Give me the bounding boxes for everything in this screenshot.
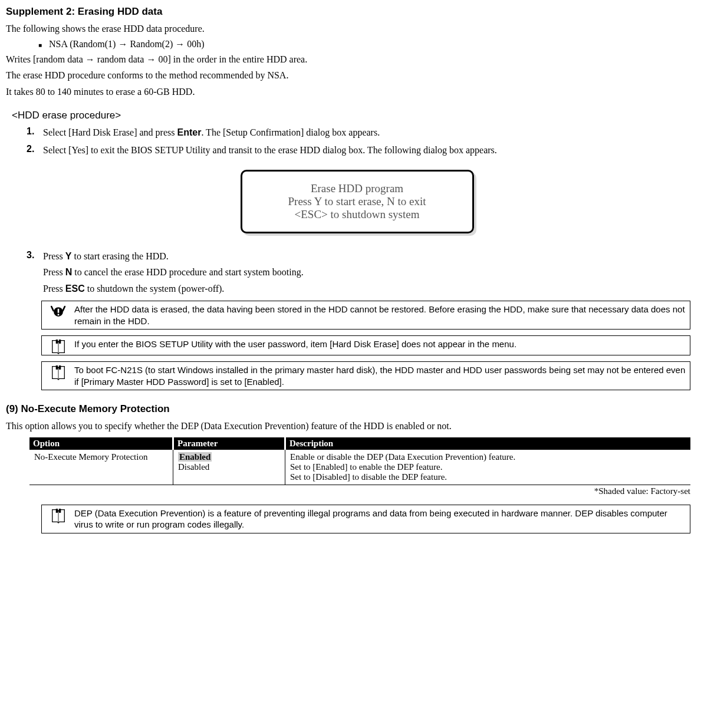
step-2-text: Select [Yes] to exit the BIOS SETUP Util… bbox=[43, 144, 708, 157]
svg-rect-12 bbox=[55, 509, 57, 513]
step-1-text: Select [Hard Disk Erase] and press Enter… bbox=[43, 126, 708, 139]
info-note-1: If you enter the BIOS SETUP Utility with… bbox=[41, 335, 690, 355]
bullet-item: ■ NSA (Random(1) → Random(2) → 00h) bbox=[38, 39, 708, 50]
param-enabled: Enabled bbox=[178, 452, 212, 462]
step-3-number: 3. bbox=[27, 250, 43, 261]
step-3: 3. Press Y to start erasing the HDD. bbox=[27, 250, 708, 263]
book-icon bbox=[42, 362, 74, 390]
step-1-number: 1. bbox=[27, 126, 43, 137]
dialog-line-1: Erase HDD program bbox=[248, 182, 466, 195]
bullet-desc-2: The erase HDD procedure conforms to the … bbox=[6, 69, 708, 82]
caution-text-1: After the HDD data is erased, the data h… bbox=[74, 301, 690, 329]
n-key-post: to cancel the erase HDD procedure and st… bbox=[72, 267, 303, 277]
info-text-3: DEP (Data Execution Prevention) is a fea… bbox=[74, 505, 690, 533]
svg-rect-13 bbox=[58, 509, 60, 513]
svg-rect-9 bbox=[55, 365, 57, 370]
step-3-note-2: Press ESC to shutdown the system (power-… bbox=[43, 282, 708, 295]
param-disabled: Disabled bbox=[178, 462, 209, 472]
bullet-desc-1: Writes [random data → random data → 00] … bbox=[6, 53, 708, 66]
step-3-note-1: Press N to cancel the erase HDD procedur… bbox=[43, 266, 708, 279]
n-key: N bbox=[65, 267, 73, 277]
svg-rect-10 bbox=[58, 365, 60, 370]
svg-rect-4 bbox=[57, 314, 59, 316]
info-text-2: To boot FC-N21S (to start Windows instal… bbox=[74, 362, 690, 390]
dialog-line-3: <ESC> to shutdown system bbox=[248, 208, 466, 221]
step-3-pre: Press bbox=[43, 251, 65, 261]
section-9-intro: This option allows you to specify whethe… bbox=[6, 420, 708, 433]
info-note-2: To boot FC-N21S (to start Windows instal… bbox=[41, 361, 690, 390]
caution-icon bbox=[42, 301, 74, 329]
procedure-heading: <HDD erase procedure> bbox=[12, 110, 708, 121]
book-icon bbox=[42, 505, 74, 533]
erase-dialog-box: Erase HDD program Press Y to start erase… bbox=[241, 170, 474, 233]
bullet-desc-3: It takes 80 to 140 minutes to erase a 60… bbox=[6, 85, 708, 98]
factory-set-footnote: *Shaded value: Factory-set bbox=[6, 486, 690, 496]
desc-line-2: Set to [Enabled] to enable the DEP featu… bbox=[290, 462, 687, 472]
cell-description: Enable or disable the DEP (Data Executio… bbox=[285, 450, 691, 485]
cell-parameter: Enabled Disabled bbox=[173, 450, 285, 485]
th-option: Option bbox=[29, 437, 173, 450]
esc-key-post: to shutdown the system (power-off). bbox=[85, 284, 225, 294]
step-1: 1. Select [Hard Disk Erase] and press En… bbox=[27, 126, 708, 139]
desc-line-1: Enable or disable the DEP (Data Executio… bbox=[290, 452, 687, 462]
step-2: 2. Select [Yes] to exit the BIOS SETUP U… bbox=[27, 144, 708, 157]
step-3-text: Press Y to start erasing the HDD. bbox=[43, 250, 708, 263]
step-2-number: 2. bbox=[27, 144, 43, 154]
svg-rect-7 bbox=[58, 340, 60, 344]
desc-line-3: Set to [Disabled] to disable the DEP fea… bbox=[290, 472, 687, 482]
step-1-post: . The [Setup Confirmation] dialog box ap… bbox=[201, 127, 380, 137]
info-note-3: DEP (Data Execution Prevention) is a fea… bbox=[41, 505, 690, 533]
svg-rect-3 bbox=[57, 309, 59, 313]
options-table: Option Parameter Description No-Execute … bbox=[29, 437, 690, 485]
bullet-marker-icon: ■ bbox=[38, 42, 42, 48]
esc-key: ESC bbox=[65, 284, 85, 294]
th-parameter: Parameter bbox=[173, 437, 285, 450]
intro-text: The following shows the erase HDD data p… bbox=[6, 22, 708, 35]
svg-rect-1 bbox=[50, 306, 54, 312]
n-key-pre: Press bbox=[43, 267, 65, 277]
dialog-line-2: Press Y to start erase, N to exit bbox=[248, 195, 466, 208]
step-1-key: Enter bbox=[177, 127, 201, 137]
cell-option: No-Execute Memory Protection bbox=[29, 450, 173, 485]
step-3-post: to start erasing the HDD. bbox=[71, 251, 168, 261]
table-header-row: Option Parameter Description bbox=[29, 437, 690, 450]
bullet-text: NSA (Random(1) → Random(2) → 00h) bbox=[49, 39, 205, 50]
book-icon bbox=[42, 336, 74, 355]
section-9-heading: (9) No-Execute Memory Protection bbox=[6, 403, 708, 415]
esc-key-pre: Press bbox=[43, 284, 65, 294]
th-description: Description bbox=[285, 437, 691, 450]
svg-rect-6 bbox=[55, 340, 57, 344]
info-text-1: If you enter the BIOS SETUP Utility with… bbox=[74, 336, 690, 355]
table-row: No-Execute Memory Protection Enabled Dis… bbox=[29, 450, 690, 485]
step-3-key: Y bbox=[65, 251, 72, 261]
svg-rect-2 bbox=[61, 306, 65, 312]
supplement-title: Supplement 2: Erasing HDD data bbox=[6, 6, 708, 18]
caution-note-1: After the HDD data is erased, the data h… bbox=[41, 301, 690, 330]
step-1-pre: Select [Hard Disk Erase] and press bbox=[43, 127, 177, 137]
